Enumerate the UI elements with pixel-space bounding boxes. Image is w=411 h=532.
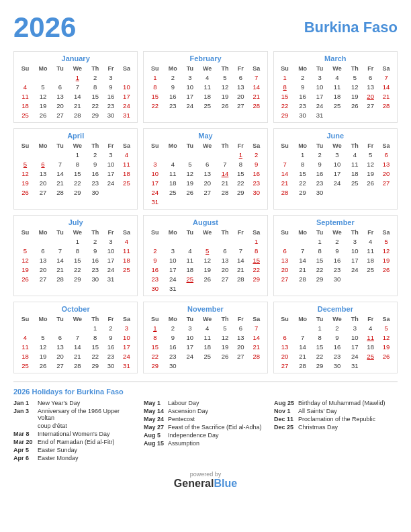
- calendar-day: 23: [328, 265, 347, 274]
- day-header: Sa: [118, 64, 134, 73]
- calendar-day: 18: [118, 255, 134, 265]
- day-header: Sa: [248, 228, 265, 236]
- calendar-day: 6: [233, 73, 248, 82]
- calendar-day: [118, 187, 134, 197]
- calendar-day: 30: [87, 274, 103, 283]
- holiday-date: Apr 5: [13, 447, 35, 453]
- calendar-day: 23: [163, 351, 182, 361]
- calendar-day: 22: [87, 351, 103, 361]
- day-header: Sa: [248, 142, 265, 150]
- calendar-day: 24: [163, 274, 182, 283]
- calendar-day: 16: [103, 342, 119, 351]
- calendar-day: 3: [347, 236, 363, 246]
- calendar-day: 4: [163, 159, 182, 169]
- calendar-day: 25: [328, 101, 347, 110]
- calendar-day: 23: [163, 101, 182, 110]
- calendar-day: 19: [34, 101, 52, 110]
- calendar-day: 18: [347, 169, 363, 178]
- calendar-day: 23: [293, 101, 312, 110]
- calendar-day: 29: [87, 361, 103, 370]
- calendar-day: 22: [277, 101, 293, 110]
- calendar-day: 3: [182, 323, 197, 332]
- holiday-date: Jan 3: [13, 408, 35, 421]
- calendar-day: 2: [87, 236, 103, 246]
- calendar-day: 10: [146, 169, 163, 178]
- holiday-date: Aug 15: [144, 440, 165, 447]
- day-header: Tu: [182, 64, 197, 73]
- holidays-columns: Jan 1New Year's DayJan 3Anniversary of t…: [13, 400, 398, 463]
- calendar-day: 7: [217, 159, 233, 169]
- year-label: 2026: [13, 13, 76, 42]
- calendar-day: 30: [312, 187, 328, 197]
- day-header: We: [328, 64, 347, 73]
- calendar-day: 6: [277, 332, 293, 342]
- day-header: Th: [87, 64, 103, 73]
- calendar-day: [34, 73, 52, 82]
- month-title: August: [146, 218, 264, 226]
- day-header: Sa: [118, 228, 134, 236]
- calendar-day: 4: [197, 323, 217, 332]
- calendar-day: 3: [182, 73, 197, 82]
- calendar-day: 1: [146, 323, 163, 332]
- calendar-day: [347, 274, 363, 283]
- calendar-day: 21: [293, 265, 312, 274]
- holiday-name: Independence Day: [168, 432, 219, 439]
- month-title: June: [277, 132, 394, 140]
- calendar-day: 8: [146, 82, 163, 91]
- calendar-day: 1: [68, 73, 87, 82]
- calendar-day: 29: [248, 274, 265, 283]
- calendar-day: 22: [312, 265, 328, 274]
- calendar-day: 2: [328, 323, 347, 332]
- day-header: Tu: [312, 142, 328, 150]
- calendar-day: 21: [68, 351, 87, 361]
- calendar-day: 13: [277, 255, 293, 265]
- month-block-may: MaySuMoTuWeThFrSa12345678910111213141516…: [143, 128, 267, 210]
- calendar-day: 3: [163, 246, 182, 255]
- calendar-day: 20: [52, 101, 68, 110]
- calendar-day: 12: [217, 332, 233, 342]
- calendar-day: [217, 197, 233, 206]
- calendar-day: 3: [347, 323, 363, 332]
- calendar-day: [52, 73, 68, 82]
- calendar-day: 31: [103, 274, 119, 283]
- holiday-name: coup d'état: [38, 423, 67, 429]
- day-header: Th: [347, 142, 363, 150]
- calendar-day: 18: [17, 101, 34, 110]
- calendar-day: 28: [217, 187, 233, 197]
- calendar-day: 19: [363, 169, 378, 178]
- calendar-day: 21: [233, 265, 248, 274]
- day-header: Su: [146, 228, 163, 236]
- day-header: Sa: [118, 142, 134, 150]
- calendar-day: 28: [52, 187, 68, 197]
- calendar-day: 20: [52, 351, 68, 361]
- calendar-day: 30: [248, 187, 265, 197]
- calendar-day: [197, 361, 217, 370]
- holiday-date: May 1: [144, 400, 165, 406]
- holiday-column: May 1Labour DayMay 14Ascension DayMay 24…: [144, 400, 267, 463]
- holiday-name: Proclamation of the Republic: [298, 416, 375, 423]
- calendar-day: [233, 361, 248, 370]
- calendar-day: 14: [52, 255, 68, 265]
- holiday-row: Aug 25Birthday of Muhammad (Mawlid): [274, 400, 398, 406]
- day-header: Mo: [163, 142, 182, 150]
- calendar-day: [217, 283, 233, 293]
- calendar-day: 7: [293, 246, 312, 255]
- calendar-day: [217, 236, 233, 246]
- calendar-day: 17: [163, 265, 182, 274]
- calendar-day: 19: [217, 91, 233, 101]
- calendar-day: 24: [146, 187, 163, 197]
- month-table: SuMoTuWeThFrSa12345678910111213141516171…: [277, 228, 394, 283]
- day-header: Su: [17, 142, 34, 150]
- month-table: SuMoTuWeThFrSa12345678910111213141516171…: [17, 315, 134, 370]
- day-header: Sa: [378, 64, 394, 73]
- calendar-day: 6: [378, 150, 394, 159]
- calendar-day: [347, 187, 363, 197]
- calendar-day: 23: [87, 265, 103, 274]
- calendar-day: 25: [182, 274, 197, 283]
- calendar-day: [182, 150, 197, 159]
- calendar-day: 24: [182, 351, 197, 361]
- calendar-day: 15: [146, 342, 163, 351]
- page-header: 2026 Burkina Faso: [13, 13, 398, 42]
- day-header: We: [197, 142, 217, 150]
- calendar-day: [68, 323, 87, 332]
